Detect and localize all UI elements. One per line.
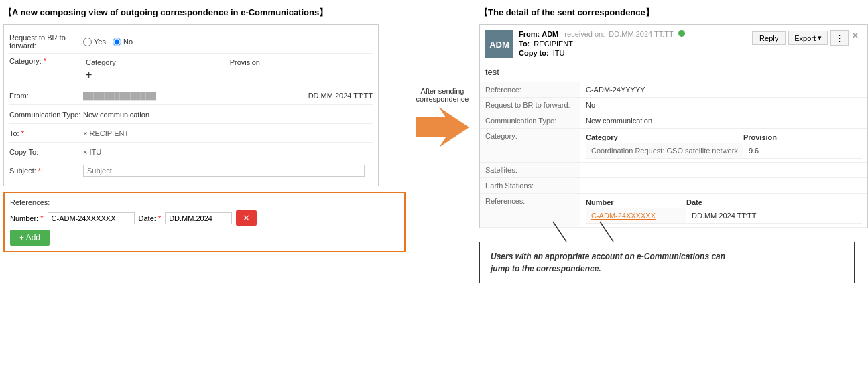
detail-panel: ADM From: ADM received on: DD.MM.2024 TT… bbox=[479, 24, 868, 228]
copy-to-meta-label: Copy to: bbox=[519, 49, 549, 57]
ref-delete-button[interactable]: ✕ bbox=[236, 210, 257, 226]
br-forward-row: Request to BR to forward: Yes No bbox=[9, 30, 373, 54]
detail-table: Reference: C-ADM-24YYYYY Request to BR t… bbox=[480, 82, 867, 228]
br-forward-value: Yes No bbox=[83, 38, 373, 46]
tooltip-box: Users with an appropriate account on e-C… bbox=[479, 242, 855, 283]
comm-type-label: Communication Type: bbox=[9, 111, 83, 119]
from-meta-label: From: bbox=[519, 30, 540, 38]
header-actions: Reply Export ▾ ⋮ bbox=[752, 30, 849, 46]
reply-button[interactable]: Reply bbox=[752, 31, 786, 45]
category-inner-table: Category Provision Coordination Request:… bbox=[586, 132, 862, 159]
detail-commtype-row: Communication Type: New communication bbox=[480, 113, 867, 129]
detail-commtype-value: New communication bbox=[580, 113, 867, 129]
ref-date-input[interactable] bbox=[165, 212, 232, 224]
email-subject: test bbox=[480, 64, 867, 82]
category-table: Category Provision + bbox=[83, 57, 373, 82]
detail-br-row: Request to BR to forward: No bbox=[480, 98, 867, 113]
copy-to-label: Copy To: bbox=[9, 148, 83, 156]
category-add-button[interactable]: + bbox=[86, 69, 92, 81]
to-label: To: * bbox=[9, 129, 83, 137]
ref-entry-row: Number: * Date: * ✕ bbox=[10, 210, 399, 226]
subject-value bbox=[83, 165, 373, 177]
copy-to-value: × ITU bbox=[83, 148, 373, 156]
right-panel: 【The detail of the sent correspondence】 … bbox=[479, 7, 868, 283]
ref-number-input[interactable] bbox=[48, 212, 135, 224]
radio-yes-label[interactable]: Yes bbox=[83, 38, 106, 46]
detail-header: ADM From: ADM received on: DD.MM.2024 TT… bbox=[480, 25, 867, 64]
close-button[interactable]: ✕ bbox=[849, 30, 862, 41]
from-line: From: ADM received on: DD.MM.2024 TT:TT bbox=[519, 30, 752, 38]
to-meta-label: To: bbox=[519, 40, 530, 48]
category-value: Category Provision + bbox=[83, 57, 373, 82]
radio-no[interactable] bbox=[113, 38, 121, 46]
cat-col-header: Category bbox=[83, 57, 227, 68]
copy-to-line: Copy to: ITU bbox=[519, 49, 752, 57]
ref-num-col: Number bbox=[586, 197, 686, 208]
left-title: 【A new composing view of outgoing corres… bbox=[3, 7, 406, 19]
after-sending-label: After sending correspondence bbox=[416, 87, 469, 103]
subject-row: Subject: * bbox=[9, 161, 373, 180]
ref-date-col: Date bbox=[686, 197, 862, 208]
more-options-button[interactable]: ⋮ bbox=[830, 30, 849, 46]
from-row: From: ██████████████ DD.MM.2024 TT:TT bbox=[9, 86, 373, 105]
detail-satellites-row: Satellites: bbox=[480, 163, 867, 178]
detail-ref-row: Reference: C-ADM-24YYYYY bbox=[480, 82, 867, 98]
to-name: RECIPIENT bbox=[534, 40, 573, 48]
prov-col-header: Provision bbox=[227, 57, 373, 68]
detail-earthstations-value bbox=[580, 178, 867, 194]
ref-add-button[interactable]: + Add bbox=[10, 230, 50, 246]
export-button[interactable]: Export ▾ bbox=[788, 31, 828, 45]
detail-satellites-value bbox=[580, 163, 867, 178]
detail-br-label: Request to BR to forward: bbox=[480, 98, 580, 113]
detail-category-row: Category: Category Provision bbox=[480, 129, 867, 163]
compose-form: Request to BR to forward: Yes No bbox=[3, 24, 379, 186]
received-label: received on: bbox=[564, 30, 605, 38]
detail-ref-value: C-ADM-24YYYYY bbox=[580, 82, 867, 98]
cat-inner-col1: Category bbox=[586, 132, 743, 143]
references-box: References: Number: * Date: * ✕ + Add bbox=[3, 192, 406, 252]
detail-earthstations-row: Earth Stations: bbox=[480, 178, 867, 194]
detail-category-value: Category Provision Coordination Request:… bbox=[580, 129, 867, 163]
subject-label: Subject: * bbox=[9, 167, 83, 175]
br-radio-group: Yes No bbox=[83, 38, 373, 46]
radio-no-label[interactable]: No bbox=[113, 38, 133, 46]
from-date: DD.MM.2024 TT:TT bbox=[308, 92, 373, 100]
received-date: DD.MM.2024 TT:TT bbox=[609, 30, 673, 38]
avatar: ADM bbox=[485, 30, 513, 58]
detail-ref-label: Reference: bbox=[480, 82, 580, 98]
detail-category-label: Category: bbox=[480, 129, 580, 163]
ref-number-label: Number: * bbox=[10, 214, 44, 222]
ref-date-value: DD.MM 2024 TT:TT bbox=[686, 208, 862, 224]
comm-type-value: New communication bbox=[83, 111, 373, 119]
cat-inner-col2: Provision bbox=[743, 132, 862, 143]
copy-to-row: Copy To: × ITU bbox=[9, 143, 373, 161]
cat-inner-data-row: Coordination Request: GSO satellite netw… bbox=[586, 143, 862, 159]
green-status-dot bbox=[678, 30, 685, 37]
from-name: ADM bbox=[542, 30, 558, 38]
from-label: From: bbox=[9, 92, 83, 100]
to-value: × RECIPIENT bbox=[83, 129, 373, 137]
svg-line-1 bbox=[553, 222, 566, 242]
tooltip-text: Users with an appropriate account on e-C… bbox=[491, 250, 843, 275]
svg-marker-0 bbox=[416, 107, 469, 147]
comm-type-row: Communication Type: New communication bbox=[9, 105, 373, 124]
detail-commtype-label: Communication Type: bbox=[480, 113, 580, 129]
category-row: Category: * Category Provision + bbox=[9, 54, 373, 86]
copy-to-name: ITU bbox=[553, 49, 565, 57]
svg-line-2 bbox=[600, 222, 613, 242]
radio-yes[interactable] bbox=[83, 38, 92, 46]
cat-name: Coordination Request: GSO satellite netw… bbox=[586, 143, 743, 159]
header-meta: From: ADM received on: DD.MM.2024 TT:TT … bbox=[519, 30, 752, 57]
cat-provision: 9.6 bbox=[743, 143, 862, 159]
to-line: To: RECIPIENT bbox=[519, 40, 752, 48]
detail-br-value: No bbox=[580, 98, 867, 113]
export-chevron-icon: ▾ bbox=[818, 33, 822, 42]
subject-input[interactable] bbox=[83, 165, 365, 177]
to-row: To: * × RECIPIENT bbox=[9, 124, 373, 143]
category-add-row: + bbox=[83, 68, 373, 82]
from-value: ██████████████ DD.MM.2024 TT:TT bbox=[83, 92, 373, 100]
category-label: Category: * bbox=[9, 57, 83, 65]
references-label: References: bbox=[10, 198, 399, 206]
left-panel: 【A new composing view of outgoing corres… bbox=[3, 7, 406, 283]
right-title: 【The detail of the sent correspondence】 bbox=[479, 7, 868, 19]
